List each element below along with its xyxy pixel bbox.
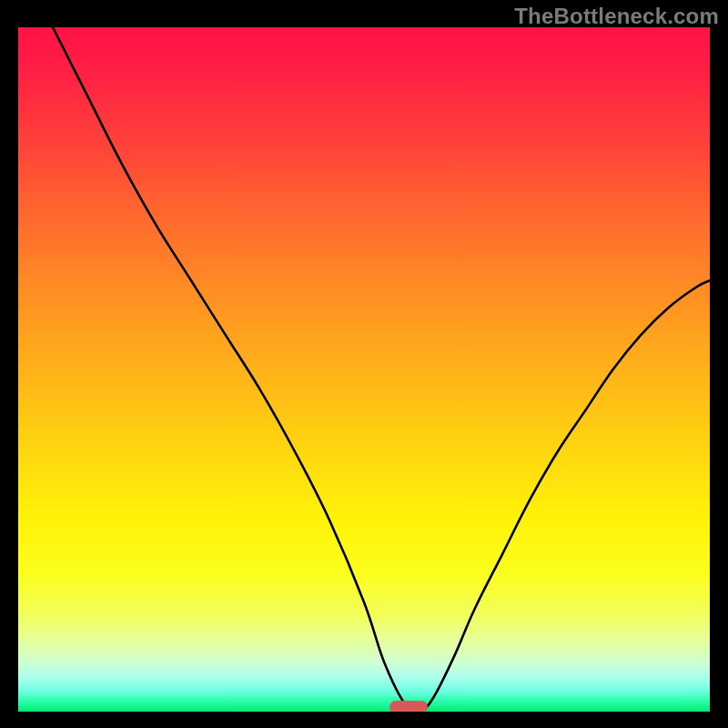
minimum-marker	[389, 701, 428, 712]
chart-frame: TheBottleneck.com	[0, 0, 728, 728]
watermark-text: TheBottleneck.com	[514, 4, 719, 29]
plot-area	[18, 27, 710, 712]
curve-line	[18, 27, 710, 712]
